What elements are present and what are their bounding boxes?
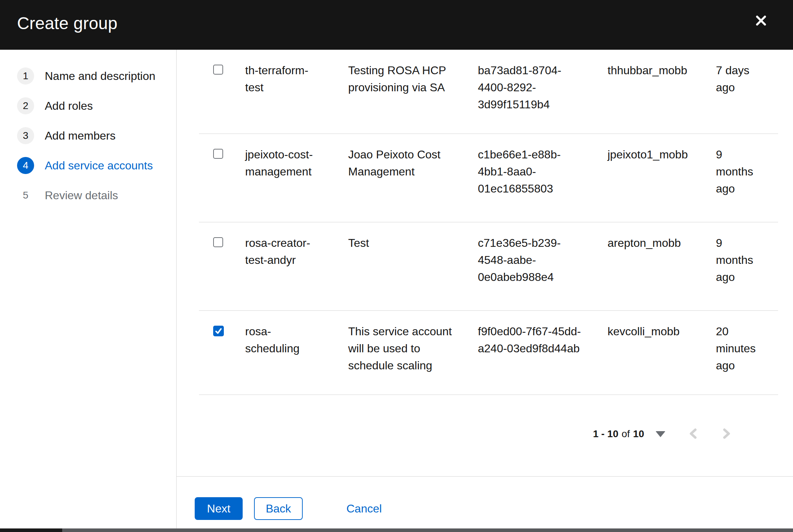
cell-owner: arepton_mobb: [608, 234, 707, 286]
cell-name: rosa-scheduling: [245, 323, 320, 374]
previous-page-button[interactable]: [686, 426, 700, 442]
back-button[interactable]: Back: [254, 497, 303, 520]
wizard-nav: 1 Name and description 2 Add roles 3 Add…: [0, 50, 177, 532]
row-checkbox[interactable]: [213, 237, 223, 247]
step-label: Review details: [45, 189, 118, 202]
cancel-button[interactable]: Cancel: [346, 497, 382, 520]
cell-client-id: c71e36e5-b239-4548-aabe-0e0abeb988e4: [478, 234, 581, 286]
cell-description: Test: [348, 234, 458, 286]
cell-name: rosa-creator-test-andyr: [245, 234, 320, 286]
service-accounts-panel: th-terraform-test Testing ROSA HCP provi…: [177, 50, 793, 476]
pagination-of-label: of: [621, 428, 630, 440]
table-row: rosa-creator-test-andyr Test c71e36e5-b2…: [199, 222, 778, 311]
cell-time-created: 20 minutes ago: [716, 323, 757, 374]
table-row: th-terraform-test Testing ROSA HCP provi…: [199, 50, 778, 134]
step-number-badge: 3: [17, 127, 34, 144]
cell-description: Testing ROSA HCP provisioning via SA: [348, 62, 458, 113]
cell-client-id: f9f0ed00-7f67-45dd-a240-03ed9f8d44ab: [478, 323, 581, 374]
close-button[interactable]: [750, 10, 772, 31]
cell-owner: kevcolli_mobb: [608, 323, 707, 374]
cell-owner: jpeixoto1_mobb: [608, 146, 707, 197]
wizard-step[interactable]: 2 Add roles: [17, 97, 176, 114]
step-label: Add roles: [45, 99, 93, 113]
chevron-right-icon: [722, 428, 731, 441]
wizard-main: th-terraform-test Testing ROSA HCP provi…: [177, 50, 793, 532]
cell-client-id: ba73ad81-8704-4400-8292-3d99f15119b4: [478, 62, 581, 113]
pagination-total: 10: [633, 428, 644, 440]
step-number-badge: 2: [17, 97, 34, 114]
wizard-steps: 1 Name and description 2 Add roles 3 Add…: [0, 50, 176, 204]
modal-body: 1 Name and description 2 Add roles 3 Add…: [0, 50, 793, 532]
step-number-badge: 5: [17, 187, 34, 204]
pagination-range: 1 - 10: [593, 428, 619, 440]
wizard-step[interactable]: 4 Add service accounts: [17, 157, 176, 174]
checkbox-cell: [213, 323, 245, 374]
row-checkbox[interactable]: [213, 65, 223, 75]
checkbox-cell: [213, 234, 245, 286]
horizontal-scrollbar-thumb[interactable]: [0, 528, 62, 532]
check-icon: [215, 327, 222, 335]
close-icon: [754, 14, 768, 27]
cell-time-created: 9 months ago: [716, 146, 757, 197]
wizard-step[interactable]: 3 Add members: [17, 127, 176, 144]
cell-name: th-terraform-test: [245, 62, 320, 113]
create-group-modal: Create group 1 Name and description: [0, 0, 793, 532]
cell-name: jpeixoto-cost-management: [245, 146, 320, 197]
pagination: 1 - 10 of 10: [199, 420, 778, 448]
table-row: rosa-scheduling This service account wil…: [199, 311, 778, 395]
caret-down-icon: [656, 431, 665, 437]
step-number-badge: 1: [17, 67, 34, 85]
step-label: Name and description: [45, 70, 155, 83]
cell-time-created: 9 months ago: [716, 234, 757, 286]
wizard-footer: Next Back Cancel: [177, 476, 793, 532]
checkbox-cell: [213, 146, 245, 197]
step-number-badge: 4: [17, 157, 34, 174]
cell-description: Joao Peixoto Cost Management: [348, 146, 458, 197]
modal-header: Create group: [0, 0, 793, 50]
cell-owner: thhubbar_mobb: [608, 62, 707, 113]
wizard-step[interactable]: 1 Name and description: [17, 67, 176, 85]
wizard-step[interactable]: 5 Review details: [17, 187, 176, 204]
row-checkbox[interactable]: [213, 326, 224, 336]
modal-title: Create group: [17, 13, 118, 33]
row-checkbox[interactable]: [213, 149, 223, 159]
table-row: jpeixoto-cost-management Joao Peixoto Co…: [199, 134, 778, 222]
chevron-left-icon: [689, 428, 698, 441]
next-page-button[interactable]: [719, 426, 734, 442]
service-accounts-table: th-terraform-test Testing ROSA HCP provi…: [199, 50, 778, 395]
next-button[interactable]: Next: [195, 497, 243, 520]
step-label: Add members: [45, 129, 115, 142]
step-label: Add service accounts: [45, 159, 153, 172]
cell-description: This service account will be used to sch…: [348, 323, 458, 374]
pagination-menu-toggle[interactable]: 1 - 10 of 10: [593, 428, 665, 440]
cell-time-created: 7 days ago: [716, 62, 757, 113]
cell-client-id: c1be66e1-e88b-4bb1-8aa0-01ec16855803: [478, 146, 581, 197]
horizontal-scrollbar[interactable]: [0, 528, 793, 532]
checkbox-cell: [213, 62, 245, 113]
